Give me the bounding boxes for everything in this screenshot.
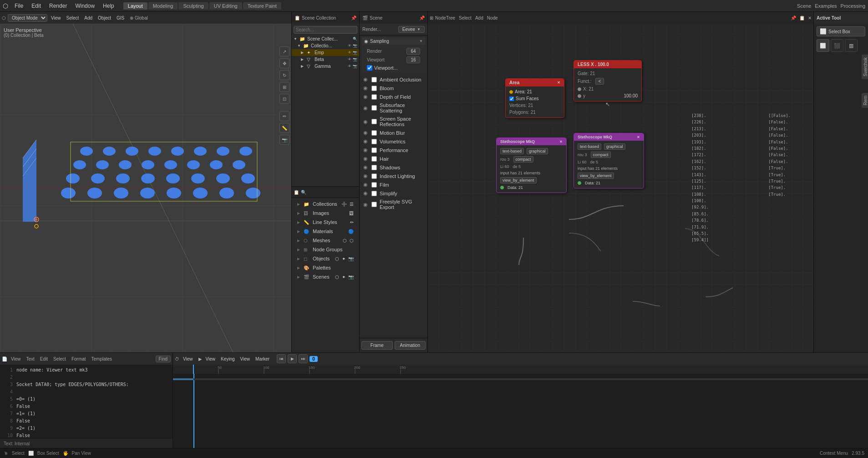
prop-subsurface-scattering[interactable]: ◉ Subsurface Scattering <box>360 101 427 115</box>
menu-render[interactable]: Render <box>46 2 71 10</box>
viewport-view-menu[interactable]: View <box>49 15 63 21</box>
select-box-item[interactable]: ⬜ Select Box <box>817 26 865 36</box>
menu-help[interactable]: Help <box>99 2 118 10</box>
hair-checkbox[interactable] <box>371 156 377 162</box>
prop-palettes[interactable]: ▶ 🎨 Palettes <box>294 264 357 272</box>
viewport-denoising-check[interactable] <box>367 65 372 71</box>
tab-modeling[interactable]: Modeling <box>148 2 178 10</box>
measure-btn[interactable]: 📏 <box>279 123 289 133</box>
node-canvas[interactable]: Area ✕ Area: 21 Sum Faces Vertices: 21 <box>428 24 813 352</box>
prop-freestyle-svg[interactable]: ◉ Freestyle SVG Export <box>360 198 427 211</box>
gamma-vis-btn[interactable]: 👁 <box>348 64 351 68</box>
tab-texture-paint[interactable]: Texture Paint <box>243 2 281 10</box>
text-editor-edit-menu[interactable]: Edit <box>38 356 50 362</box>
timeline-body[interactable] <box>173 374 868 448</box>
beta-vis-btn[interactable]: 👁 <box>348 57 351 61</box>
node-node-menu[interactable]: Node <box>487 15 498 20</box>
node-stetho1-close[interactable]: ✕ <box>559 140 563 144</box>
node-area[interactable]: Area ✕ Area: 21 Sum Faces Vertices: 21 <box>505 78 564 118</box>
timeline-view-menu2[interactable]: View <box>239 356 252 362</box>
stetho1-textbased-btn[interactable]: text-based <box>500 148 524 154</box>
scenes-icon4[interactable]: 📷 <box>348 275 354 280</box>
play-btn[interactable]: ▶ <box>288 354 297 363</box>
node-close-icon[interactable]: ✕ <box>808 15 812 20</box>
motion-blur-checkbox[interactable] <box>371 130 377 136</box>
prop-film[interactable]: ◉ Film <box>360 180 427 189</box>
node-stetho2-close[interactable]: ✕ <box>637 135 640 139</box>
jump-start-btn[interactable]: ⏮ <box>277 354 286 363</box>
stetho1-graphical-btn[interactable]: graphical <box>527 148 548 154</box>
scenes-icon2[interactable]: ⬡ <box>335 275 339 280</box>
jump-end-btn[interactable]: ⏭ <box>299 354 308 363</box>
tree-beta[interactable]: ▶ ▽ Beta 👁 📷 <box>292 56 359 63</box>
prop-bloom[interactable]: ◉ Bloom <box>360 84 427 92</box>
prop-hair[interactable]: ◉ Hair <box>360 154 427 163</box>
node-area-close[interactable]: ✕ <box>557 81 560 85</box>
text-editor-text-menu[interactable]: Text <box>25 356 36 362</box>
tab-layout[interactable]: Layout <box>123 2 147 10</box>
current-frame-display[interactable]: 0 <box>310 356 318 362</box>
prop-materials[interactable]: ▶ 🔵 Materials 🔵 <box>294 227 357 235</box>
funct-select[interactable]: < <box>595 78 604 85</box>
stetho2-graphical-btn[interactable]: graphical <box>604 143 625 150</box>
tab-uv-editing[interactable]: UV Editing <box>209 2 242 10</box>
prop-simplify[interactable]: ◉ Simplify <box>360 189 427 198</box>
stetho1-view-btn[interactable]: view_by_element <box>500 177 537 183</box>
text-editor-templates-menu[interactable]: Templates <box>90 356 114 362</box>
node-copy-icon[interactable]: 📋 <box>799 15 805 20</box>
prop-node-groups[interactable]: ▶ ⊞ Node Groups <box>294 245 357 254</box>
render-samples-value[interactable]: 64 <box>406 48 420 55</box>
move-tool-btn[interactable]: ✥ <box>279 58 289 68</box>
images-icon2[interactable]: 🖼 <box>349 211 354 216</box>
timeline-view-menu[interactable]: View <box>181 356 195 362</box>
prop-volumetrics[interactable]: ◉ Volumetrics <box>360 137 427 146</box>
node-stethoscope-1[interactable]: Stethoscope MkQ ✕ text-based graphical r… <box>496 137 567 193</box>
timeline-playhead[interactable] <box>193 374 194 448</box>
playback-menu[interactable]: View <box>204 356 218 362</box>
tree-emp[interactable]: ▶ ✦ Emp 👁 📷 <box>292 49 359 56</box>
collections-list-icon[interactable]: ☰ <box>350 202 354 207</box>
collections-add-icon[interactable]: ➕ <box>341 202 347 207</box>
tree-collection[interactable]: ▼ 📁 Collectio... 👁 📷 <box>292 42 359 49</box>
indirect-checkbox[interactable] <box>371 173 377 179</box>
tool-icon-3[interactable]: ▥ <box>845 39 858 52</box>
sampling-toggle[interactable]: ▼ <box>419 39 423 43</box>
prop-collections[interactable]: ▶ 📁 Collections ➕ ☰ <box>294 200 357 208</box>
sum-faces-check[interactable] <box>509 97 514 101</box>
stetho2-view-btn[interactable]: view_by_element <box>578 173 614 179</box>
viewport-add-menu[interactable]: Add <box>82 15 94 21</box>
prop-ambient-occlusion[interactable]: ◉ Ambient Occlusion <box>360 75 427 84</box>
outliner-search-input[interactable] <box>294 26 357 34</box>
template-selector[interactable]: Find <box>156 356 171 362</box>
sverchok-tab[interactable]: Sverchok <box>862 55 868 79</box>
camera-btn[interactable]: 📷 <box>279 135 289 145</box>
prop-shadows[interactable]: ◉ Shadows <box>360 163 427 172</box>
perf-checkbox[interactable] <box>371 148 377 153</box>
tool-icon-2[interactable]: ⬛ <box>831 39 843 52</box>
prop-indirect-lighting[interactable]: ◉ Indirect Lighting <box>360 172 427 180</box>
menu-edit[interactable]: Edit <box>28 2 45 10</box>
tree-camera-icon[interactable]: 📷 <box>353 44 357 48</box>
objects-icon2[interactable]: ⬡ <box>335 256 339 261</box>
stetho1-compact-btn[interactable]: compact <box>513 156 533 163</box>
rem-tab[interactable]: Rem <box>862 93 868 108</box>
prop-motion-blur[interactable]: ◉ Motion Blur <box>360 128 427 137</box>
menu-file[interactable]: File <box>11 2 27 10</box>
freestyle-checkbox[interactable] <box>371 202 377 207</box>
tree-visibility-btn[interactable]: 👁 <box>348 44 351 48</box>
cursor-tool-btn[interactable]: ↗ <box>279 46 289 56</box>
text-editor-format-menu[interactable]: Format <box>70 356 88 362</box>
scale-tool-btn[interactable]: ⊞ <box>279 82 289 92</box>
tool-icon-1[interactable]: ⬜ <box>817 39 829 52</box>
shadows-checkbox[interactable] <box>371 165 377 170</box>
emp-cam-btn[interactable]: 📷 <box>353 51 357 55</box>
object-mode-select[interactable]: Object Mode <box>8 14 47 22</box>
text-editor-select-menu[interactable]: Select <box>51 356 68 362</box>
line-styles-icon2[interactable]: ✏ <box>350 220 354 225</box>
tree-scene-collection[interactable]: ▼ 📁 Scene Collec... 🔍 <box>292 36 359 42</box>
marker-menu[interactable]: Marker <box>254 356 271 362</box>
node-add-menu[interactable]: Add <box>475 15 483 20</box>
gamma-cam-btn[interactable]: 📷 <box>353 64 357 68</box>
meshes-icon3[interactable]: ⬡ <box>350 238 354 243</box>
animation-btn[interactable]: Animation <box>395 341 426 350</box>
